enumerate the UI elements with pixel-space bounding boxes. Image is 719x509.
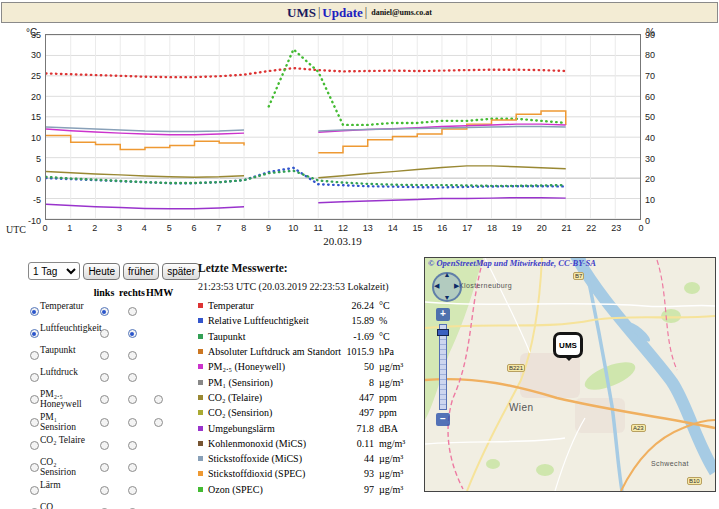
links-radio[interactable] <box>100 418 109 427</box>
title-separator: | <box>318 5 320 20</box>
control-label: Temperatur <box>40 301 90 311</box>
control-label: PM₂.₅ Honeywell <box>40 389 90 409</box>
y-axis-tick-right: 80 <box>645 50 670 60</box>
chart-series-6 <box>46 127 566 132</box>
series-color-bullet <box>198 303 203 308</box>
rechts-radio[interactable] <box>128 441 137 450</box>
zoom-slider-handle[interactable] <box>437 329 449 336</box>
x-axis-tick: 20 <box>532 223 552 233</box>
series-color-bullet <box>198 487 203 492</box>
heute-button[interactable]: Heute <box>83 263 120 280</box>
series-color-bullet <box>198 471 203 476</box>
measurement-label: CO₂ (Sensirion) <box>208 407 340 418</box>
measurement-label: PM₂.₅ (Honeywell) <box>208 361 340 372</box>
road-ref-badge: B10 <box>687 477 702 485</box>
frueher-button[interactable]: früher <box>123 263 159 280</box>
measurement-label: CO₂ (Telaire) <box>208 392 340 403</box>
ums-station-marker[interactable]: UMS <box>553 332 583 358</box>
row-enable-radio[interactable] <box>30 351 39 360</box>
x-axis-tick: 6 <box>184 223 204 233</box>
measurement-value: -1.69 <box>340 331 374 342</box>
links-radio[interactable] <box>100 441 109 450</box>
measurement-unit: µg/m³ <box>374 453 416 464</box>
y-axis-tick-right: 90 <box>645 30 670 40</box>
col-rechts: rechts <box>118 287 146 298</box>
hmw-radio[interactable] <box>154 395 163 404</box>
measurement-value: 447 <box>340 392 374 403</box>
rechts-radio[interactable] <box>128 351 137 360</box>
hmw-radio[interactable] <box>154 418 163 427</box>
measurement-value: 1015.9 <box>340 346 374 357</box>
rechts-radio[interactable] <box>128 486 137 495</box>
latest-values-panel: Letzte Messwerte: 21:23:53 UTC (20.03.20… <box>198 262 416 497</box>
measurement-value: 0.11 <box>340 438 374 449</box>
links-radio[interactable] <box>100 486 109 495</box>
measurement-row-6: CO₂ (Telaire)447ppm <box>198 390 416 405</box>
spaeter-button[interactable]: später <box>162 263 200 280</box>
links-radio[interactable] <box>100 351 109 360</box>
y-axis-tick-left: 0 <box>16 174 41 184</box>
control-row-8: Lärm <box>28 480 200 499</box>
row-enable-radio[interactable] <box>30 463 39 472</box>
control-label: Taupunkt <box>40 345 90 355</box>
measurement-value: 8 <box>340 377 374 388</box>
range-select[interactable]: 1 Tag <box>28 262 80 280</box>
app-title-ums: UMS <box>287 5 316 21</box>
measurement-value: 71.8 <box>340 423 374 434</box>
row-enable-radio[interactable] <box>30 329 39 338</box>
links-radio[interactable] <box>100 329 109 338</box>
chart-date-label: 20.03.19 <box>305 235 380 247</box>
rechts-radio[interactable] <box>128 307 137 316</box>
zoom-slider-track[interactable] <box>439 324 447 410</box>
pan-down-icon[interactable]: ▼ <box>444 295 451 302</box>
measurement-label: Taupunkt <box>208 331 340 342</box>
row-enable-radio[interactable] <box>30 441 39 450</box>
rechts-radio[interactable] <box>128 329 137 338</box>
pan-up-icon[interactable]: ▲ <box>444 272 451 279</box>
row-enable-radio[interactable] <box>30 307 39 316</box>
x-axis-tick: 3 <box>110 223 130 233</box>
row-enable-radio[interactable] <box>30 373 39 382</box>
road-ref-badge: B7 <box>573 272 584 280</box>
y-axis-tick-right: 50 <box>645 112 670 122</box>
measurement-unit: µg/m³ <box>374 468 416 479</box>
links-radio[interactable] <box>100 373 109 382</box>
rechts-radio[interactable] <box>128 463 137 472</box>
control-label: PM₁ Sensirion <box>40 412 90 432</box>
row-enable-radio[interactable] <box>30 486 39 495</box>
update-link[interactable]: Update <box>322 5 362 21</box>
measurement-unit: °C <box>374 331 416 342</box>
measurement-row-2: Taupunkt-1.69°C <box>198 329 416 344</box>
rechts-radio[interactable] <box>128 373 137 382</box>
map-pan-control[interactable]: ▲ ▼ ◀ ▶ <box>430 270 464 304</box>
title-separator-2: | <box>365 5 367 20</box>
measurement-label: Kohlenmonoxid (MiCS) <box>208 438 340 449</box>
road-ref-badge: A23 <box>631 424 646 432</box>
control-row-0: Temperatur <box>28 301 200 320</box>
y-axis-tick-left: 25 <box>16 71 41 81</box>
series-color-bullet <box>198 410 203 415</box>
row-enable-radio[interactable] <box>30 418 39 427</box>
series-selection-rows: TemperaturLuftfeuchtigkeitTaupunktLuftdr… <box>28 301 200 509</box>
measurement-value: 497 <box>340 407 374 418</box>
rechts-radio[interactable] <box>128 395 137 404</box>
zoom-in-button[interactable]: + <box>436 308 450 321</box>
measurement-label: PM₁ (Sensirion) <box>208 377 340 388</box>
pan-left-icon[interactable]: ◀ <box>434 283 439 290</box>
zoom-out-button[interactable]: − <box>436 413 450 426</box>
links-radio[interactable] <box>100 395 109 404</box>
measurement-value: 97 <box>340 484 374 495</box>
map-panel[interactable]: © OpenStreetMap und Mitwirkende, CC-BY-S… <box>424 257 716 492</box>
control-label: CO <box>40 502 90 509</box>
series-color-bullet <box>198 364 203 369</box>
pan-right-icon[interactable]: ▶ <box>454 283 459 290</box>
rechts-radio[interactable] <box>128 418 137 427</box>
links-radio[interactable] <box>100 307 109 316</box>
measurement-unit: ppm <box>374 392 416 403</box>
row-enable-radio[interactable] <box>30 395 39 404</box>
control-row-6: CO₂ Telaire <box>28 435 200 454</box>
x-axis-tick: 1 <box>60 223 80 233</box>
control-label: CO₂ Telaire <box>40 435 90 445</box>
measurement-label: Absoluter Luftdruck am Standort <box>208 346 340 357</box>
links-radio[interactable] <box>100 463 109 472</box>
